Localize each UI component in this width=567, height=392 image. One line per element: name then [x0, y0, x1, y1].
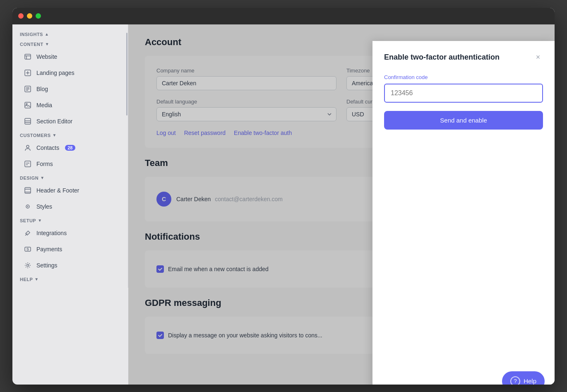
modal-title: Enable two-factor authentication [384, 53, 500, 62]
payments-icon: S [23, 245, 32, 254]
sidebar-item-payments[interactable]: S Payments [16, 241, 125, 257]
customers-chevron-icon: ▼ [53, 133, 57, 137]
sidebar-item-media[interactable]: Media [16, 97, 125, 113]
help-icon: ? [510, 376, 520, 385]
sidebar-item-integrations[interactable]: Integrations [16, 225, 125, 241]
sidebar-section-content[interactable]: CONTENT ▼ [12, 38, 128, 48]
styles-icon [23, 202, 32, 211]
svg-rect-10 [25, 118, 31, 124]
forms-icon [23, 159, 32, 168]
sidebar-item-header-footer[interactable]: Header & Footer [16, 183, 125, 198]
sidebar-item-forms[interactable]: Forms [16, 156, 125, 172]
sidebar-item-settings[interactable]: Settings [16, 257, 125, 273]
integrations-icon [23, 228, 32, 238]
settings-label: Settings [36, 262, 58, 269]
sidebar-section-setup[interactable]: SETUP ▼ [12, 215, 128, 225]
svg-text:S: S [26, 247, 29, 251]
sidebar-item-section-editor[interactable]: Section Editor [16, 113, 125, 129]
content-chevron-icon: ▼ [45, 42, 49, 46]
traffic-lights [18, 13, 41, 19]
media-label: Media [36, 102, 52, 108]
svg-point-13 [26, 145, 29, 148]
fullscreen-button[interactable] [36, 13, 41, 19]
confirmation-code-input[interactable] [384, 84, 543, 103]
blog-icon [23, 84, 32, 94]
sidebar-section-design[interactable]: DESIGN ▼ [12, 172, 128, 182]
media-icon [23, 101, 32, 110]
svg-rect-8 [25, 102, 31, 108]
sidebar-item-landing-pages[interactable]: Landing pages [16, 65, 125, 81]
svg-point-24 [27, 264, 29, 266]
payments-label: Payments [36, 246, 62, 253]
contacts-badge: 28 [65, 145, 75, 151]
sidebar-item-styles[interactable]: Styles [16, 199, 125, 214]
help-chevron-icon: ▼ [34, 277, 38, 281]
settings-icon [23, 261, 32, 270]
sidebar-scrollbar[interactable] [126, 33, 127, 115]
svg-rect-0 [25, 54, 31, 59]
section-editor-label: Section Editor [36, 118, 72, 125]
design-chevron-icon: ▼ [40, 176, 44, 180]
svg-rect-17 [25, 188, 31, 193]
confirmation-code-label: Confirmation code [384, 74, 543, 80]
insights-chevron-icon: ▲ [45, 32, 49, 36]
help-label: Help [524, 378, 536, 385]
modal-header: Enable two-factor authentication × [384, 53, 543, 63]
svg-rect-14 [25, 161, 31, 167]
modal-close-button[interactable]: × [533, 53, 543, 63]
header-footer-icon [23, 186, 32, 195]
sidebar-item-blog[interactable]: Blog [16, 81, 125, 97]
section-editor-icon [23, 117, 32, 126]
two-factor-modal: Enable two-factor authentication × Confi… [372, 41, 555, 385]
sidebar-section-help[interactable]: HELP ▼ [12, 274, 128, 284]
sidebar-item-website[interactable]: Website [16, 49, 125, 65]
header-footer-label: Header & Footer [36, 187, 79, 194]
main-area: Account Company name Timezone Default la… [128, 24, 555, 385]
svg-point-21 [27, 206, 29, 207]
website-label: Website [36, 53, 57, 60]
svg-point-9 [26, 103, 27, 105]
contacts-icon [23, 143, 32, 152]
close-button[interactable] [18, 13, 24, 19]
titlebar [12, 8, 555, 24]
sidebar: INSIGHTS ▲ CONTENT ▼ Website [12, 24, 128, 288]
integrations-label: Integrations [36, 230, 67, 236]
setup-chevron-icon: ▼ [38, 218, 42, 223]
minimize-button[interactable] [27, 13, 32, 19]
sidebar-item-contacts[interactable]: Contacts 28 [16, 140, 125, 156]
sidebar-section-customers[interactable]: CUSTOMERS ▼ [12, 130, 128, 139]
send-enable-button[interactable]: Send and enable [384, 111, 543, 130]
blog-label: Blog [36, 86, 48, 92]
landing-pages-icon [23, 68, 32, 77]
contacts-label: Contacts [36, 144, 59, 151]
forms-label: Forms [36, 161, 53, 167]
sidebar-section-insights[interactable]: INSIGHTS ▲ [12, 29, 128, 38]
website-icon [23, 52, 32, 61]
styles-label: Styles [36, 203, 52, 210]
help-button[interactable]: ? Help [502, 371, 545, 385]
landing-pages-label: Landing pages [36, 70, 74, 76]
